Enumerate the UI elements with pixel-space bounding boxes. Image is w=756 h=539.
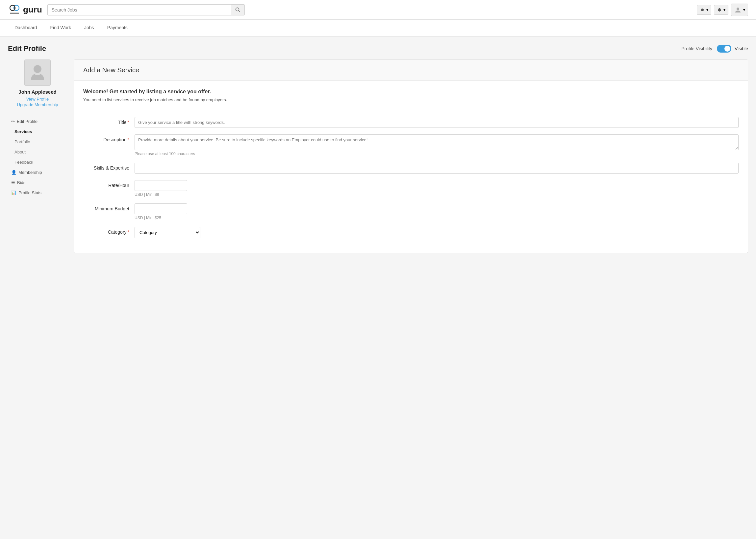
svg-rect-7 [719,11,720,12]
logo: guru [8,3,42,17]
nav-payments[interactable]: Payments [101,20,134,36]
sidebar-item-edit-profile[interactable]: ✏ Edit Profile [8,116,67,126]
title-field [135,117,739,128]
avatar [24,59,51,86]
svg-point-4 [236,8,239,11]
panel-header: Add a New Service [74,60,748,81]
person-icon: 👤 [11,170,17,175]
title-input[interactable] [135,117,739,128]
sidebar-item-feedback[interactable]: Feedback [8,157,67,167]
rate-label: Rate/Hour [83,180,129,188]
sidebar-item-about[interactable]: About [8,147,67,157]
category-field: Category Design & Art Programming & Deve… [135,227,739,238]
sidebar-item-membership[interactable]: 👤 Membership [8,167,67,178]
nav-dashboard[interactable]: Dashboard [8,20,44,36]
sidebar-item-label: Portfolio [15,139,30,144]
profile-visibility: Profile Visibility: Visible [681,45,748,52]
sidebar-links: View Profile Upgrade Membership [17,97,58,107]
category-row: Category* Category Design & Art Programm… [83,227,739,238]
view-profile-link[interactable]: View Profile [26,97,49,102]
description-label: Description* [83,134,129,142]
svg-point-9 [34,65,42,73]
rate-input[interactable] [135,180,187,191]
category-select[interactable]: Category Design & Art Programming & Deve… [135,227,200,238]
welcome-title: Welcome! Get started by listing a servic… [83,89,739,95]
skills-label: Skills & Expertise [83,163,129,171]
main-nav: Dashboard Find Work Jobs Payments [0,20,756,37]
page-title: Edit Profile [8,44,46,53]
description-field: Please use at least 100 characters [135,134,739,156]
skills-input[interactable] [135,163,739,174]
skills-row: Skills & Expertise [83,163,739,174]
rate-field: USD | Min. $8 [135,180,739,197]
sidebar-item-label: Feedback [15,160,33,165]
messages-button[interactable]: ▾ [697,5,711,15]
sidebar-item-label: Bids [17,180,25,185]
budget-field: USD | Min. $25 [135,203,739,220]
sidebar-item-portfolio[interactable]: Portfolio [8,137,67,147]
welcome-desc: You need to list services to receive job… [83,97,739,102]
visibility-label: Profile Visibility: [681,46,713,51]
sidebar-item-label: Services [15,129,32,134]
sidebar-item-label: Edit Profile [17,119,38,124]
sidebar-nav: ✏ Edit Profile Services Portfolio About … [8,116,67,198]
budget-label: Minimum Budget [83,203,129,211]
header-right: ▾ ▾ ▾ [697,4,748,16]
nav-jobs[interactable]: Jobs [78,20,101,36]
pencil-icon: ✏ [11,119,15,124]
budget-hint: USD | Min. $25 [135,216,739,220]
sidebar: John Appleseed View Profile Upgrade Memb… [8,59,67,253]
visibility-toggle[interactable] [717,45,731,52]
svg-point-8 [737,8,739,10]
chevron-down-icon-2: ▾ [723,8,725,12]
user-menu-button[interactable]: ▾ [731,4,748,16]
sidebar-item-profile-stats[interactable]: 📊 Profile Stats [8,188,67,198]
divider [83,109,739,109]
chevron-down-icon: ▾ [706,8,708,12]
page: Edit Profile Profile Visibility: Visible… [0,37,756,261]
budget-row: Minimum Budget USD | Min. $25 [83,203,739,220]
category-label: Category* [83,227,129,235]
user-name: John Appleseed [18,89,56,95]
notifications-button[interactable]: ▾ [714,5,728,15]
title-label: Title* [83,117,129,125]
sidebar-item-label: About [15,150,26,154]
panel-title: Add a New Service [83,66,739,74]
description-row: Description* Please use at least 100 cha… [83,134,739,156]
visible-label: Visible [735,46,748,51]
nav-find-work[interactable]: Find Work [44,20,78,36]
skills-field [135,163,739,174]
sidebar-item-label: Profile Stats [18,190,42,195]
chevron-down-icon-3: ▾ [743,8,745,12]
sidebar-item-bids[interactable]: ☰ Bids [8,178,67,188]
rate-hint: USD | Min. $8 [135,192,739,197]
message-icon [700,7,705,13]
chart-icon: 📊 [11,190,17,195]
search-input[interactable] [48,5,231,15]
title-row: Title* [83,117,739,128]
search-icon [235,7,240,13]
avatar-icon [29,64,46,82]
budget-input[interactable] [135,203,187,214]
content: John Appleseed View Profile Upgrade Memb… [8,59,748,253]
svg-line-5 [238,11,240,12]
description-input[interactable] [135,134,739,150]
sidebar-item-services[interactable]: Services [8,126,67,137]
search-button[interactable] [231,5,244,15]
title-required: * [128,119,129,125]
toggle-slider [717,45,731,52]
logo-text: guru [23,5,42,15]
description-hint: Please use at least 100 characters [135,152,739,156]
header: guru ▾ ▾ [0,0,756,20]
rate-row: Rate/Hour USD | Min. $8 [83,180,739,197]
svg-point-6 [701,9,704,11]
page-header: Edit Profile Profile Visibility: Visible [8,44,748,53]
main-panel: Add a New Service Welcome! Get started b… [74,59,748,253]
search-bar [47,4,245,16]
svg-rect-10 [35,73,40,75]
panel-body: Welcome! Get started by listing a servic… [74,81,748,253]
user-avatar-icon [734,6,742,14]
category-required: * [128,229,129,235]
upgrade-membership-link[interactable]: Upgrade Membership [17,102,58,107]
sidebar-item-label: Membership [18,170,42,175]
